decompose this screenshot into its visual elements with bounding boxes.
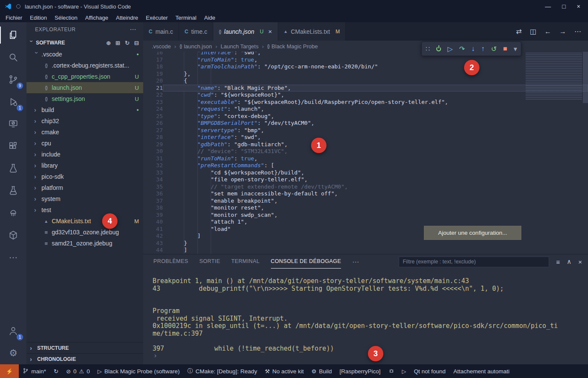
activitybar-package-tool[interactable] [0,224,26,246]
status-cmake-build[interactable]: ⚙Build [308,364,336,378]
menu-terminal[interactable]: Terminal [172,15,200,21]
menu-ex-cuter[interactable]: Exécuter [142,15,171,21]
code-editor[interactable]: 16 "interface": "swd",17 "runToMain": tr… [143,52,588,254]
activitybar-explorer[interactable] [0,24,26,46]
code-line-22[interactable]: 22 "cwd": "${workspaceRoot}", [143,92,588,99]
status-auto-attach[interactable]: Attachement automati [450,364,513,378]
filter-lines-icon[interactable]: ≡ [556,258,560,266]
code-line-38[interactable]: 38 "monitor reset", [143,204,588,212]
tree-item-settings-json[interactable]: {}settings.jsonU [26,93,143,104]
maximize-button[interactable]: □ [562,3,565,10]
tree-item-pico-sdk[interactable]: ›pico-sdk [26,171,143,182]
tree-item-include[interactable]: ›include [26,149,143,160]
debug-console[interactable]: Breakpoint 1, main () at /mnt/data/git/o… [143,269,588,364]
status-remote-indicator[interactable]: ⚡ [0,364,19,378]
code-line-17[interactable]: 17 "runToMain": true, [143,56,588,64]
code-line-29[interactable]: 29 "gdbPath": "gdb-multiarch", [143,141,588,148]
activitybar-extensions[interactable] [0,135,26,157]
step-over-button[interactable]: ↷ [459,45,465,53]
code-line-23[interactable]: 23 "executable": "${workspaceRoot}/build… [143,99,588,106]
tab-main-c[interactable]: Cmain.c [143,22,179,41]
activitybar-settings[interactable]: ⚙ [0,342,26,364]
tree-item-cmake[interactable]: ›cmake [26,127,143,138]
activitybar-test[interactable] [0,157,26,180]
activitybar-jellyfish-tool[interactable] [0,202,26,224]
menu-affichage[interactable]: Affichage [81,15,112,21]
open-changes-icon[interactable]: ⇄ [516,27,521,35]
more-actions-icon[interactable]: ⋯ [574,27,581,35]
tree-item-vscode[interactable]: ›.vscode● [26,49,143,60]
minimize-button[interactable]: — [545,3,551,10]
sidebar-section-chronologie[interactable]: ›CHRONOLOGIE [26,353,143,364]
breadcrumb-item-vscode[interactable]: .vscode [152,43,171,50]
status-cmake-target[interactable]: [RaspberryPico] [336,364,385,378]
status-sync-button[interactable]: ↻ [50,364,62,378]
tab-launch-json[interactable]: {}launch.jsonU× [213,22,278,41]
console-filter-input[interactable] [399,257,549,267]
drag-handle[interactable]: ∷ [426,45,430,53]
code-line-25[interactable]: 25 "type": "cortex-debug", [143,113,588,120]
refresh-explorer-icon[interactable]: ↻ [125,40,129,46]
status-cmake-debug[interactable] [385,364,398,378]
tree-item-cortex-debug-registers-stat[interactable]: {}.cortex-debug.registers.stat... [26,60,143,71]
status-problems[interactable]: ⊘0⚠0 [62,364,94,378]
breadcrumb-item-launch-targets[interactable]: Launch Targets [220,43,259,50]
code-line-31[interactable]: 31 "runToMain": true, [143,155,588,162]
continue-button[interactable]: ▷ [447,45,453,53]
split-editor-icon[interactable]: ◫ [530,27,536,35]
status-cmake-status[interactable]: ⓘCMake: [Debug]: Ready [184,364,261,378]
code-line-32[interactable]: 32 "preRestartCommands": [ [143,162,588,169]
panel-more-icon[interactable]: ⋯ [352,258,359,266]
close-window-button[interactable]: × [577,3,580,10]
status-cmake-run[interactable]: ▷ [398,364,410,378]
activitybar-search[interactable] [0,46,26,68]
new-file-icon[interactable]: ⊕ [106,40,111,46]
menu-atteindre[interactable]: Atteindre [112,15,142,21]
tab-time-c[interactable]: Ctime.c [179,22,213,41]
code-line-27[interactable]: 27 "servertype": "bmp", [143,127,588,134]
collapse-folders-icon[interactable]: ⊟ [134,40,139,46]
step-out-button[interactable]: ↑ [481,45,485,53]
activitybar-account[interactable]: 1 [0,320,26,342]
minimap[interactable] [526,53,582,100]
navigate-forward-icon[interactable]: → [559,28,566,35]
sidebar-section-structure[interactable]: ›STRUCTURE [26,342,143,353]
close-tab-icon[interactable]: × [268,28,272,35]
menu-s-lection[interactable]: Sélection [51,15,81,21]
tree-item-test[interactable]: ›test [26,204,143,216]
panel-tab-terminal[interactable]: TERMINAL [231,254,259,269]
code-line-33[interactable]: 33 "cd ${workspaceRoot}/build", [143,169,588,177]
code-line-35[interactable]: 35 // "target extended-remote /dev/ttyAC… [143,183,588,191]
stop-dropdown-icon[interactable]: ▾ [514,45,517,53]
tree-item-chip32[interactable]: ›chip32 [26,115,143,127]
code-line-36[interactable]: 36 "set mem inaccessible-by-default off"… [143,190,588,198]
code-line-18[interactable]: 18 "armToolchainPath": "/opt/gcc-arm-non… [143,63,588,71]
panel-tab-console-de-d-bogage[interactable]: CONSOLE DE DÉBOGAGE [271,254,341,269]
tree-item-cpu[interactable]: ›cpu [26,138,143,149]
code-line-21[interactable]: 21 "name": "Black Magic Probe", [143,85,588,92]
navigate-back-icon[interactable]: ← [544,28,551,35]
status-qt-status[interactable]: Qt not found [410,364,450,378]
panel-tab-sortie[interactable]: SORTIE [199,254,220,269]
activitybar-run-debug[interactable]: 1 [0,91,26,113]
status-active-kit[interactable]: ⚒No active kit [261,364,308,378]
activitybar-source-control[interactable]: 9 [0,68,26,91]
restart-button[interactable]: ↺ [491,45,497,53]
code-line-34[interactable]: 34 "file open-story-teller.elf", [143,176,588,183]
code-line-40[interactable]: 40 "attach 1", [143,219,588,226]
tree-item-samd21-ozone-jdebug[interactable]: ≡samd21_ozone.jdebug [26,238,143,249]
menu-fichier[interactable]: Fichier [2,15,26,21]
activitybar-more[interactable]: ⋯ [0,246,26,269]
breadcrumb-item-launch-json[interactable]: {}launch.json [179,43,212,50]
tree-item-library[interactable]: ›library [26,160,143,171]
console-input-prompt[interactable]: › [153,352,558,360]
status-debug-target[interactable]: ▷Black Magic Probe (software) [94,364,183,378]
code-line-28[interactable]: 28 "interface": "swd", [143,134,588,141]
workspace-section-header[interactable]: › SOFTWARE ⊕⊞↻⊟ [26,37,143,49]
tree-item-system[interactable]: ›system [26,193,143,204]
code-line-37[interactable]: 37 "enable breakpoint", [143,198,588,205]
close-panel-icon[interactable]: × [578,258,582,266]
code-line-24[interactable]: 24 "request": "launch", [143,106,588,113]
status-git-branch[interactable]: main* [19,364,50,378]
code-line-26[interactable]: 26 "BMPGDBSerialPort": "/dev/ttyACM0", [143,120,588,127]
